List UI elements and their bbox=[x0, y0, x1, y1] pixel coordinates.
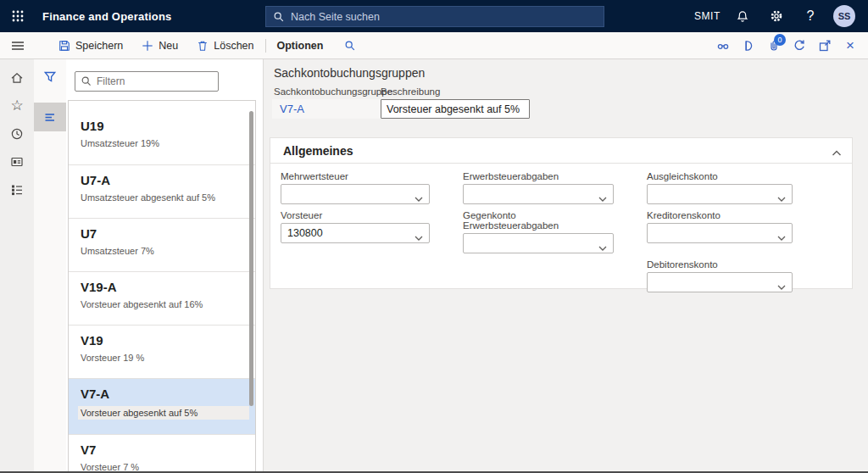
erwerbsteuerabgaben-combobox[interactable] bbox=[463, 184, 614, 204]
list-item[interactable]: U19 Umsatzsteuer 19% bbox=[69, 111, 255, 164]
field-label: Ausgleichskonto bbox=[647, 171, 793, 181]
app-title: Finance and Operations bbox=[42, 10, 172, 23]
account-button[interactable]: SS bbox=[827, 0, 861, 32]
list-item[interactable]: U7-A Umsatzsteuer abgesenkt auf 5% bbox=[69, 164, 255, 218]
main-content: Sachkontobuchungsgruppen Sachkontobuchun… bbox=[263, 59, 868, 471]
attachments-badge: 0 bbox=[774, 34, 786, 46]
bell-icon bbox=[736, 9, 749, 23]
search-icon bbox=[344, 40, 356, 52]
field-ausgleichskonto: Ausgleichskonto bbox=[647, 171, 793, 204]
star-icon: ☆ bbox=[10, 98, 23, 113]
glasses-icon bbox=[716, 39, 730, 53]
action-pane-right: 0 × bbox=[710, 32, 868, 59]
personalize-button[interactable] bbox=[710, 32, 736, 59]
attachments-button[interactable]: 0 bbox=[761, 32, 787, 59]
plus-icon bbox=[142, 40, 153, 52]
list-item-subtitle: Vorsteuer abgesenkt auf 16% bbox=[81, 299, 243, 309]
clock-icon bbox=[10, 127, 24, 141]
book-button[interactable] bbox=[736, 32, 761, 59]
section-card-allgemeines: Allgemeines Mehrwertsteuer bbox=[270, 137, 853, 289]
field-label: Debitorenskonto bbox=[647, 259, 793, 270]
list-icon bbox=[43, 110, 57, 124]
chevron-up-icon bbox=[832, 145, 842, 159]
action-pane: Speichern Neu Löschen Optionen bbox=[0, 32, 868, 59]
debitorenskonto-combobox[interactable] bbox=[647, 272, 793, 292]
modules-icon bbox=[10, 183, 24, 197]
sidebar-item-modules[interactable] bbox=[0, 175, 34, 203]
list-item[interactable]: V19-A Vorsteuer abgesenkt auf 16% bbox=[69, 271, 255, 325]
record-list: U19 Umsatzsteuer 19% U7-A Umsatzsteuer a… bbox=[69, 101, 255, 473]
new-button[interactable]: Neu bbox=[132, 32, 187, 59]
topbar: Finance and Operations SMIT bbox=[0, 0, 868, 32]
chevron-down-icon bbox=[415, 231, 423, 243]
mehrwertsteuer-combobox[interactable] bbox=[281, 184, 430, 204]
chevron-down-icon bbox=[777, 231, 786, 243]
settings-button[interactable] bbox=[760, 0, 793, 32]
page-search-box[interactable] bbox=[265, 6, 604, 27]
quick-filter-input[interactable] bbox=[97, 75, 213, 87]
group-field-value[interactable]: V7-A bbox=[272, 99, 381, 119]
list-item[interactable]: U7 Umsatzsteuer 7% bbox=[69, 218, 255, 271]
chevron-down-icon bbox=[415, 192, 423, 204]
section-header[interactable]: Allgemeines bbox=[270, 138, 852, 164]
list-item-subtitle: Vorsteuer 19 % bbox=[81, 353, 243, 363]
tab-list-view[interactable] bbox=[34, 103, 66, 131]
field-label: Gegenkonto Erwerbsteuerabgaben bbox=[463, 210, 614, 231]
book-icon bbox=[742, 39, 755, 53]
refresh-button[interactable] bbox=[787, 32, 812, 59]
open-in-new-window-button[interactable] bbox=[812, 32, 837, 59]
record-list-panel: U19 Umsatzsteuer 19% U7-A Umsatzsteuer a… bbox=[68, 100, 256, 473]
list-item-selected[interactable]: V7-A Vorsteuer abgesenkt auf 5% bbox=[69, 378, 255, 434]
section-title: Allgemeines bbox=[283, 144, 353, 158]
chevron-down-icon bbox=[598, 192, 607, 204]
command-search-button[interactable] bbox=[332, 40, 368, 52]
toolbar-divider bbox=[265, 39, 266, 53]
sidebar-item-workspaces[interactable] bbox=[0, 147, 34, 175]
group-field-label: Sachkontobuchungsgruppe bbox=[274, 86, 392, 97]
kreditorenskonto-combobox[interactable] bbox=[647, 223, 793, 243]
funnel-icon bbox=[43, 70, 57, 84]
field-debitorenskonto: Debitorenskonto bbox=[647, 259, 793, 292]
notifications-button[interactable] bbox=[726, 0, 760, 32]
tab-filter[interactable] bbox=[34, 63, 66, 91]
topbar-right: SMIT ? SS bbox=[689, 0, 861, 32]
list-item-title: V7 bbox=[81, 442, 243, 457]
list-item-title: V19 bbox=[81, 333, 243, 348]
page-search-input[interactable] bbox=[291, 11, 597, 23]
list-item-subtitle: Umsatzsteuer 19% bbox=[81, 138, 243, 148]
save-button-label: Speichern bbox=[75, 40, 123, 52]
waffle-icon bbox=[11, 9, 25, 23]
list-item-title: U7-A bbox=[81, 173, 243, 187]
options-menu[interactable]: Optionen bbox=[268, 32, 333, 59]
sidebar-item-favorites[interactable]: ☆ bbox=[0, 92, 34, 120]
delete-button[interactable]: Löschen bbox=[187, 32, 263, 59]
sidebar-item-recent[interactable] bbox=[0, 120, 34, 147]
nav-toggle-button[interactable] bbox=[0, 32, 36, 59]
save-button[interactable]: Speichern bbox=[49, 32, 132, 59]
vorsteuer-combobox[interactable]: 130800 bbox=[281, 223, 430, 243]
popout-icon bbox=[818, 39, 832, 53]
list-scrollbar[interactable] bbox=[249, 111, 253, 406]
sidebar-item-home[interactable] bbox=[0, 64, 34, 92]
chevron-down-icon bbox=[777, 281, 786, 292]
description-input[interactable] bbox=[381, 99, 530, 119]
field-label: Kreditorenskonto bbox=[647, 210, 793, 220]
quick-filter[interactable] bbox=[75, 71, 219, 92]
help-button[interactable]: ? bbox=[793, 0, 827, 32]
gegenkonto-erwerbsteuerabgaben-combobox[interactable] bbox=[463, 233, 614, 253]
app-launcher-button[interactable] bbox=[0, 0, 36, 32]
field-label: Mehrwertsteuer bbox=[281, 171, 430, 181]
close-button[interactable]: × bbox=[837, 32, 863, 59]
ausgleichskonto-combobox[interactable] bbox=[647, 184, 793, 204]
field-kreditorenskonto: Kreditorenskonto bbox=[647, 210, 793, 253]
list-item[interactable]: V19 Vorsteuer 19 % bbox=[69, 325, 255, 378]
collapse-section-button[interactable] bbox=[832, 145, 842, 160]
avatar: SS bbox=[833, 5, 855, 27]
list-item-title: U7 bbox=[81, 226, 243, 241]
nav-rail: ☆ bbox=[0, 59, 34, 471]
list-item[interactable]: V7 Vorsteuer 7 % bbox=[69, 434, 255, 473]
company-picker[interactable]: SMIT bbox=[689, 0, 726, 32]
field-label: Vorsteuer bbox=[281, 210, 430, 220]
section-fields: Mehrwertsteuer Erwerbsteuerabgaben bbox=[270, 164, 852, 298]
delete-button-label: Löschen bbox=[214, 40, 253, 52]
